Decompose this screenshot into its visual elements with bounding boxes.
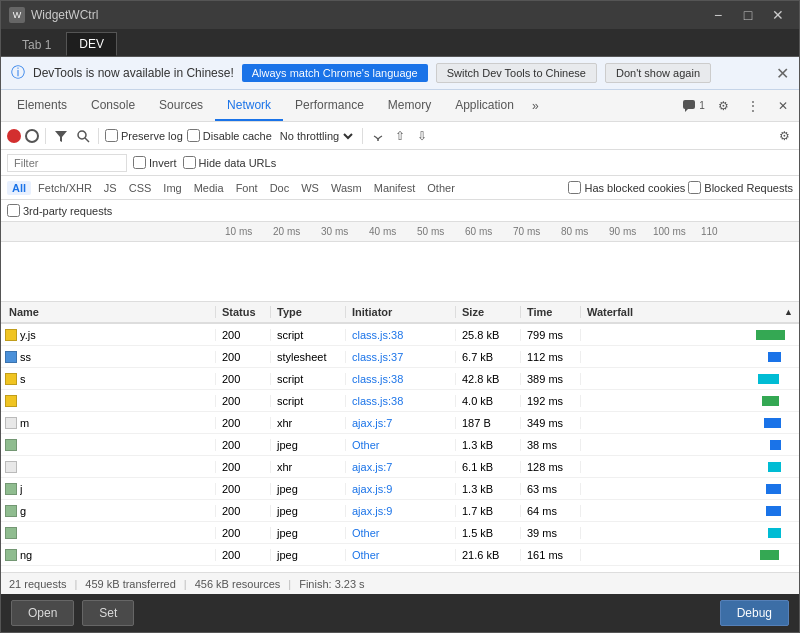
banner-close-icon[interactable]: ✕	[776, 64, 789, 83]
table-row[interactable]: g 200 jpeg ajax.js:9 1.7 kB 64 ms	[1, 500, 799, 522]
hide-data-urls-checkbox[interactable]	[183, 156, 196, 169]
cell-initiator-2[interactable]: class.js:38	[346, 373, 456, 385]
type-font[interactable]: Font	[231, 181, 263, 195]
cell-initiator-1[interactable]: class.js:37	[346, 351, 456, 363]
blocked-requests-checkbox[interactable]	[688, 181, 701, 194]
preserve-log-label[interactable]: Preserve log	[105, 129, 183, 142]
tab-console[interactable]: Console	[79, 90, 147, 121]
col-header-size[interactable]: Size	[456, 306, 521, 318]
disable-cache-checkbox[interactable]	[187, 129, 200, 142]
tab-memory[interactable]: Memory	[376, 90, 443, 121]
table-row[interactable]: j 200 jpeg ajax.js:9 1.3 kB 63 ms	[1, 478, 799, 500]
match-language-button[interactable]: Always match Chrome's language	[242, 64, 428, 82]
table-row[interactable]: 200 jpeg Other 1.3 kB 38 ms	[1, 434, 799, 456]
cell-time-3: 192 ms	[521, 395, 581, 407]
col-header-initiator[interactable]: Initiator	[346, 306, 456, 318]
stop-button[interactable]	[25, 129, 39, 143]
tab-performance[interactable]: Performance	[283, 90, 376, 121]
cell-size-7: 1.3 kB	[456, 483, 521, 495]
cell-status-10: 200	[216, 549, 271, 561]
third-party-checkbox[interactable]	[7, 204, 20, 217]
third-party-label[interactable]: 3rd-party requests	[7, 204, 112, 217]
cell-initiator-10[interactable]: Other	[346, 549, 456, 561]
table-row[interactable]: 200 script class.js:38 4.0 kB 192 ms	[1, 390, 799, 412]
upload-icon[interactable]: ⇧	[391, 127, 409, 145]
cell-name-2: s	[1, 373, 216, 385]
table-row[interactable]: ss 200 stylesheet class.js:37 6.7 kB 112…	[1, 346, 799, 368]
invert-checkbox[interactable]	[133, 156, 146, 169]
tab-sources[interactable]: Sources	[147, 90, 215, 121]
type-wasm[interactable]: Wasm	[326, 181, 367, 195]
col-header-status[interactable]: Status	[216, 306, 271, 318]
cell-type-2: script	[271, 373, 346, 385]
invert-label[interactable]: Invert	[133, 156, 177, 169]
dont-show-button[interactable]: Don't show again	[605, 63, 711, 83]
timeline-ticks: 10 ms 20 ms 30 ms 40 ms 50 ms 60 ms 70 m…	[221, 222, 799, 242]
settings-icon[interactable]: ⚙	[711, 94, 735, 118]
preserve-log-checkbox[interactable]	[105, 129, 118, 142]
set-button[interactable]: Set	[82, 600, 134, 626]
tab-dev[interactable]: DEV	[66, 32, 117, 56]
type-css[interactable]: CSS	[124, 181, 157, 195]
record-button[interactable]	[7, 129, 21, 143]
devtools-close-icon[interactable]: ✕	[771, 94, 795, 118]
hide-data-urls-label[interactable]: Hide data URLs	[183, 156, 277, 169]
cell-waterfall-4	[581, 412, 799, 433]
filter-icon[interactable]	[52, 127, 70, 145]
type-img[interactable]: Img	[158, 181, 186, 195]
nav-more-icon[interactable]: »	[526, 93, 545, 119]
download-icon[interactable]: ⇩	[413, 127, 431, 145]
open-button[interactable]: Open	[11, 600, 74, 626]
table-row[interactable]: y.js 200 script class.js:38 25.8 kB 799 …	[1, 324, 799, 346]
type-doc[interactable]: Doc	[265, 181, 295, 195]
col-header-waterfall[interactable]: Waterfall ▲	[581, 306, 799, 318]
cell-name-4: m	[1, 417, 216, 429]
chat-icon[interactable]: 1	[681, 94, 705, 118]
minimize-button[interactable]: −	[705, 5, 731, 25]
has-blocked-checkbox[interactable]	[568, 181, 581, 194]
table-row[interactable]: ng 200 jpeg Other 21.6 kB 161 ms	[1, 544, 799, 566]
type-media[interactable]: Media	[189, 181, 229, 195]
tab-application[interactable]: Application	[443, 90, 526, 121]
cell-initiator-8[interactable]: ajax.js:9	[346, 505, 456, 517]
type-other[interactable]: Other	[422, 181, 460, 195]
tab-elements[interactable]: Elements	[5, 90, 79, 121]
table-row[interactable]: m 200 xhr ajax.js:7 187 B 349 ms	[1, 412, 799, 434]
type-fetch-xhr[interactable]: Fetch/XHR	[33, 181, 97, 195]
disable-cache-label[interactable]: Disable cache	[187, 129, 272, 142]
cell-initiator-5[interactable]: Other	[346, 439, 456, 451]
cell-initiator-0[interactable]: class.js:38	[346, 329, 456, 341]
blocked-requests-label[interactable]: Blocked Requests	[688, 181, 793, 194]
maximize-button[interactable]: □	[735, 5, 761, 25]
col-header-time[interactable]: Time	[521, 306, 581, 318]
table-header: Name Status Type Initiator Size Time	[1, 302, 799, 324]
search-icon[interactable]	[74, 127, 92, 145]
filter-input[interactable]	[7, 154, 127, 172]
tab-1[interactable]: Tab 1	[9, 33, 64, 56]
has-blocked-label[interactable]: Has blocked cookies	[568, 181, 685, 194]
cell-initiator-7[interactable]: ajax.js:9	[346, 483, 456, 495]
tick-70: 70 ms	[513, 226, 540, 237]
type-manifest[interactable]: Manifest	[369, 181, 421, 195]
table-row[interactable]: 200 jpeg Other 1.5 kB 39 ms	[1, 522, 799, 544]
tab-network[interactable]: Network	[215, 90, 283, 121]
type-ws[interactable]: WS	[296, 181, 324, 195]
network-settings-icon[interactable]: ⚙	[775, 127, 793, 145]
close-button[interactable]: ✕	[765, 5, 791, 25]
type-all[interactable]: All	[7, 181, 31, 195]
debug-button[interactable]: Debug	[720, 600, 789, 626]
cell-status-3: 200	[216, 395, 271, 407]
cell-initiator-6[interactable]: ajax.js:7	[346, 461, 456, 473]
cell-initiator-9[interactable]: Other	[346, 527, 456, 539]
cell-initiator-3[interactable]: class.js:38	[346, 395, 456, 407]
cell-initiator-4[interactable]: ajax.js:7	[346, 417, 456, 429]
switch-chinese-button[interactable]: Switch Dev Tools to Chinese	[436, 63, 597, 83]
menu-icon[interactable]: ⋮	[741, 94, 765, 118]
type-js[interactable]: JS	[99, 181, 122, 195]
col-header-name[interactable]: Name	[1, 306, 216, 318]
table-row[interactable]: 200 xhr ajax.js:7 6.1 kB 128 ms	[1, 456, 799, 478]
col-header-type[interactable]: Type	[271, 306, 346, 318]
table-row[interactable]: s 200 script class.js:38 42.8 kB 389 ms	[1, 368, 799, 390]
throttle-select[interactable]: No throttling	[276, 129, 356, 143]
wifi-icon[interactable]	[369, 127, 387, 145]
